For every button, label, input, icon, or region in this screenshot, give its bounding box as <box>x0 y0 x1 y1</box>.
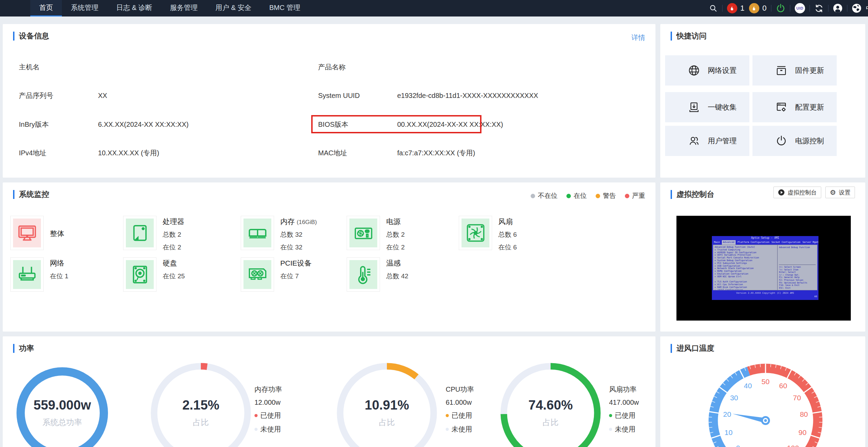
fan-power-legend: 风扇功率 417.000w 已使用 未使用 <box>609 385 639 434</box>
monitor-tile-disk[interactable]: 硬盘 在位 25 <box>123 257 185 292</box>
critical-alert-badge[interactable] <box>727 3 737 13</box>
tile-stat: 总数 6 <box>498 230 517 239</box>
svg-text:70: 70 <box>793 394 801 402</box>
monitor-tile-network[interactable]: 网络 在位 1 <box>10 257 68 292</box>
bmc-dashboard: 首页 系统管理 日志 & 诊断 服务管理 用户 & 安全 BMC 管理 1 0 … <box>0 0 868 447</box>
legend-label: 严重 <box>632 191 645 200</box>
memory-unit: (16GiB) <box>297 219 317 225</box>
gray-dot-icon <box>531 194 535 198</box>
unused-dot-icon <box>609 428 612 431</box>
launch-console-button[interactable]: 虚拟控制台 <box>773 187 821 198</box>
quick-one-click-collect[interactable]: 一键收集 <box>665 92 749 122</box>
quick-user-management[interactable]: 用户管理 <box>665 126 749 156</box>
tile-stat: 在位 2 <box>386 243 405 252</box>
uid-indicator[interactable]: UID <box>795 3 805 13</box>
used-dot-icon <box>254 414 258 417</box>
monitor-tile-memory[interactable]: 内存 (16GiB) 总数 32 在位 32 <box>241 216 317 252</box>
svg-text:0: 0 <box>736 444 740 447</box>
svg-text:40: 40 <box>744 382 752 390</box>
tab-user-security[interactable]: 用户 & 安全 <box>206 0 260 16</box>
monitor-tile-psu[interactable]: 电源 总数 2 在位 2 <box>347 216 405 252</box>
console-settings-button[interactable]: ⚙ 设置 <box>825 187 855 198</box>
memory-power-percent: 2.15% <box>149 398 252 413</box>
green-dot-icon <box>566 194 571 198</box>
legend-present: 在位 <box>566 191 587 200</box>
tile-stat: 总数 2 <box>163 230 184 239</box>
globe-icon <box>688 64 700 77</box>
legend-critical: 严重 <box>625 191 645 200</box>
firmware-update-icon <box>775 64 788 77</box>
bios-key-hints: ><: Select Screen^v: Select ItemEnter: S… <box>779 266 816 289</box>
tile-stat: 总数 42 <box>386 272 408 281</box>
quick-access-card: 快捷访问 网络设置 固件更新 一键收集 配置更新 用户管理 电源控制 <box>660 24 865 178</box>
tile-stat: 总数 2 <box>386 230 405 239</box>
monitor-tile-overall[interactable]: 整体 <box>10 216 64 250</box>
device-detail-link[interactable]: 详情 <box>631 33 645 42</box>
virtual-console-title: 虚拟控制台 <box>671 190 714 199</box>
launch-console-label: 虚拟控制台 <box>788 189 817 197</box>
network-status-box <box>10 257 44 292</box>
legend-watts: 417.000w <box>609 399 639 406</box>
user-account-icon[interactable] <box>833 3 843 13</box>
monitor-tile-temp-sensor[interactable]: 温感 总数 42 <box>347 257 408 292</box>
navbar-actions: 1 0 UID 中 <box>709 0 868 16</box>
legend-watts: 12.000w <box>254 399 282 406</box>
quick-config-update[interactable]: 配置更新 <box>752 92 837 122</box>
refresh-icon[interactable] <box>814 4 824 13</box>
legend-name: CPU功率 <box>446 385 474 394</box>
total-power-donut: 559.000w 系统总功率 <box>11 361 114 447</box>
field-label: 主机名 <box>19 63 40 71</box>
status-legend: 不在位 在位 警告 严重 <box>531 191 645 200</box>
bios-version-highlight-box <box>311 115 481 133</box>
collect-icon <box>688 101 700 113</box>
monitor-tile-pcie[interactable]: PCIE设备 在位 7 <box>241 257 312 292</box>
language-label[interactable]: 中 <box>866 4 868 13</box>
tile-label: PCIE设备 <box>280 258 312 268</box>
fan-power-percent: 74.60% <box>499 398 602 413</box>
quick-tile-label: 电源控制 <box>795 136 824 146</box>
tab-bmc-management[interactable]: BMC 管理 <box>260 0 309 16</box>
system-monitor-title: 系统监控 <box>13 190 49 199</box>
svg-text:10: 10 <box>725 428 733 436</box>
tile-stat: 在位 2 <box>163 243 184 252</box>
tab-system-management[interactable]: 系统管理 <box>62 0 107 16</box>
svg-text:60: 60 <box>779 382 787 390</box>
quick-tile-label: 配置更新 <box>795 102 824 112</box>
quick-firmware-update[interactable]: 固件更新 <box>752 55 837 86</box>
quick-power-control[interactable]: 电源控制 <box>752 126 837 156</box>
memory-power-legend: 内存功率 12.000w 已使用 未使用 <box>254 385 282 434</box>
host-power-icon[interactable] <box>776 3 785 13</box>
power-icon <box>775 135 788 147</box>
search-icon[interactable] <box>709 4 718 13</box>
legend-label: 在位 <box>574 191 587 200</box>
disk-status-box <box>123 257 156 292</box>
fan-power-donut: 74.60% 占比 <box>499 361 602 447</box>
monitor-tile-cpu[interactable]: 处理器 总数 2 在位 2 <box>123 216 184 252</box>
pcie-status-box <box>241 257 274 292</box>
play-circle-icon <box>778 189 785 196</box>
field-label: 产品序列号 <box>19 91 53 100</box>
tab-service-management[interactable]: 服务管理 <box>161 0 206 16</box>
warning-alert-badge[interactable] <box>749 3 759 13</box>
field-label: MAC地址 <box>318 148 347 157</box>
tab-logs-diagnostics[interactable]: 日志 & 诊断 <box>107 0 161 16</box>
pcie-icon <box>247 264 268 285</box>
legend-warning: 警告 <box>596 191 616 200</box>
tab-home[interactable]: 首页 <box>30 0 62 16</box>
field-label: InBry版本 <box>19 120 49 129</box>
field-label: System UUID <box>318 91 360 100</box>
tile-stat: 在位 32 <box>280 243 317 252</box>
tile-label: 电源 <box>386 217 405 226</box>
console-preview-screen[interactable]: Aptio Setup - AMI MainAdvancedPlatform C… <box>676 216 851 321</box>
used-dot-icon <box>609 414 612 417</box>
language-globe-icon[interactable] <box>852 3 861 13</box>
tile-stat: 在位 25 <box>163 272 185 281</box>
quick-network-settings[interactable]: 网络设置 <box>665 55 749 86</box>
orange-dot-icon <box>596 194 600 198</box>
bios-footer-text: Version 2.XX.XXXX Copyright (C) 2024 AMI <box>736 292 794 294</box>
unused-label: 未使用 <box>615 425 636 434</box>
used-label: 已使用 <box>615 411 636 420</box>
used-dot-icon <box>446 414 449 417</box>
cpu-power-percent: 10.91% <box>335 398 438 413</box>
monitor-tile-fan[interactable]: 风扇 总数 6 在位 6 <box>459 216 517 252</box>
